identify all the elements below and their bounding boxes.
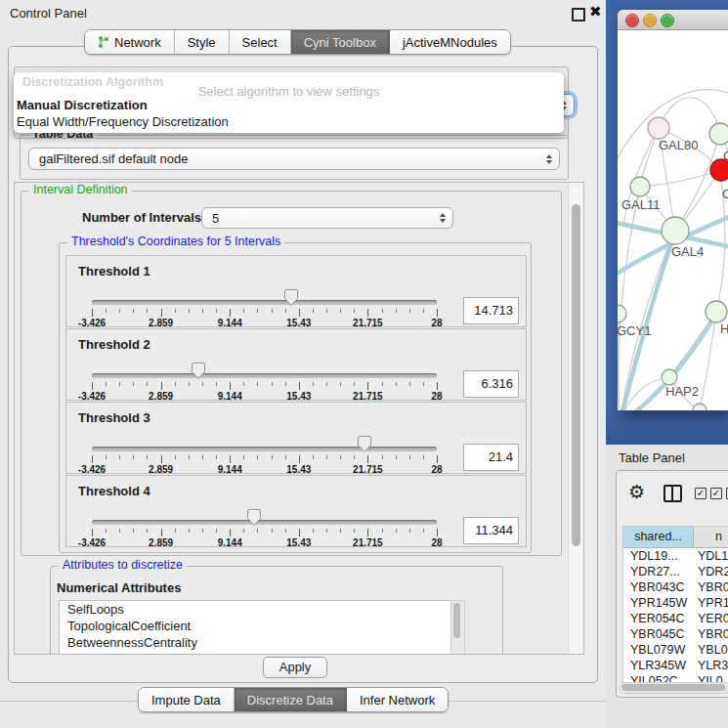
cell-shared-name: YBR043C xyxy=(623,579,693,595)
slider-track[interactable] xyxy=(92,300,437,305)
tick-mark xyxy=(147,529,148,533)
network-node-gcy1[interactable] xyxy=(618,305,626,322)
network-node-h[interactable] xyxy=(706,301,727,322)
close-traffic-light[interactable] xyxy=(625,14,639,27)
app-root: Control Panel ✖ NetworkStyleSelectCyni T… xyxy=(0,0,728,728)
checkbox-icon[interactable]: ✓ xyxy=(695,488,707,499)
cell-shared-name: YLR345W xyxy=(623,658,693,673)
tick-mark xyxy=(367,529,368,536)
settings-vscrollbar[interactable] xyxy=(568,183,583,654)
threshold-value-field[interactable]: 21.4 xyxy=(463,444,519,471)
table-row[interactable]: YBR043CYBR0 xyxy=(623,579,728,595)
slider-track[interactable] xyxy=(92,520,437,525)
network-node-hap2[interactable] xyxy=(662,369,677,385)
tick-mark xyxy=(189,529,190,533)
interval-definition-title: Interval Definition xyxy=(29,183,132,196)
slider-track[interactable] xyxy=(92,373,437,378)
network-window-titlebar[interactable] xyxy=(618,10,728,30)
tick-mark xyxy=(147,455,148,459)
table-row[interactable]: YPR145WYPR1 xyxy=(623,595,728,611)
checkbox-icon[interactable]: ✓ xyxy=(710,488,722,499)
algorithm-option-manual-discretization[interactable]: Manual Discretization xyxy=(17,98,148,112)
threshold-row-1: Threshold 1-3.4262.8599.14415.4321.71528… xyxy=(65,255,527,327)
cell-name: YPR1 xyxy=(693,595,728,611)
num-intervals-label: Number of Intervals xyxy=(82,210,201,225)
tick-mark xyxy=(272,309,273,313)
tick-mark xyxy=(119,455,120,459)
table-row[interactable]: YER054CYER0 xyxy=(623,611,728,626)
slider-ticks xyxy=(92,455,437,464)
tab-infer-network[interactable]: Infer Network xyxy=(347,688,448,711)
table-row[interactable]: YDR27...YDR2 xyxy=(623,564,728,579)
network-node-gal4[interactable] xyxy=(662,217,689,244)
tab-network[interactable]: Network xyxy=(85,30,175,54)
tick-mark xyxy=(326,309,327,313)
network-node[interactable] xyxy=(693,404,707,410)
tick-mark xyxy=(285,529,286,533)
cell-shared-name: YBL079W xyxy=(623,642,693,658)
tab-discretize-data[interactable]: Discretize Data xyxy=(235,688,347,711)
cell-name: YBR0 xyxy=(693,626,728,642)
attributes-list-scrollbar[interactable] xyxy=(450,600,465,655)
tab-style[interactable]: Style xyxy=(175,30,230,54)
network-node-gal11[interactable] xyxy=(630,177,650,196)
scrollbar-thumb[interactable] xyxy=(453,603,460,638)
slider-handle[interactable] xyxy=(357,435,372,453)
float-window-icon[interactable] xyxy=(572,8,585,21)
slider-handle[interactable] xyxy=(283,288,299,307)
algorithm-dropdown-popup: Discretization Algorithm Select algorith… xyxy=(14,72,564,133)
tab-select[interactable]: Select xyxy=(230,30,291,54)
scale-label: 15.43 xyxy=(286,464,311,475)
scrollbar-thumb[interactable] xyxy=(572,204,580,546)
table-row[interactable]: YBR045CYBR0 xyxy=(623,626,728,642)
slider-track[interactable] xyxy=(92,447,437,451)
minimize-traffic-light[interactable] xyxy=(643,14,657,27)
columns-icon[interactable] xyxy=(664,485,682,502)
slider-handle[interactable] xyxy=(191,362,206,380)
network-edge xyxy=(619,187,640,410)
scrollbar-thumb[interactable] xyxy=(621,684,725,691)
threshold-row-4: Threshold 4-3.4262.8599.14415.4321.71528… xyxy=(65,475,527,547)
table-row[interactable]: YBL079WYBL0 xyxy=(623,642,728,658)
apply-button[interactable]: Apply xyxy=(263,657,327,678)
table-hscrollbar[interactable] xyxy=(619,682,728,694)
attributes-list[interactable]: SelfLoopsTopologicalCoefficientBetweenne… xyxy=(59,600,451,655)
tick-mark xyxy=(313,382,314,386)
tick-mark xyxy=(299,529,300,536)
network-node-c[interactable] xyxy=(710,159,728,181)
tick-mark xyxy=(106,309,107,313)
column-header-shared-[interactable]: shared... xyxy=(623,527,694,547)
attribute-item-betweennesscentrality[interactable]: BetweennessCentrality xyxy=(60,634,450,651)
scale-label: 2.859 xyxy=(149,537,173,548)
num-intervals-combobox[interactable]: 5 xyxy=(201,207,453,229)
table-row[interactable]: YDL19...YDL1 xyxy=(623,548,728,564)
column-header-n[interactable]: n xyxy=(694,527,728,547)
tab-impute-data[interactable]: Impute Data xyxy=(139,688,235,711)
tab-jactivemnodules[interactable]: jActiveMNodules xyxy=(390,30,510,54)
tick-mark xyxy=(340,529,341,533)
attribute-item-selfloops[interactable]: SelfLoops xyxy=(60,601,450,618)
threshold-value-field[interactable]: 11.344 xyxy=(463,517,519,544)
tab-cyni-toolbox[interactable]: Cyni Toolbox xyxy=(291,30,390,54)
tick-mark xyxy=(216,529,217,533)
network-node-gal80[interactable] xyxy=(648,117,669,139)
zoom-traffic-light[interactable] xyxy=(661,14,674,27)
scale-label: 15.43 xyxy=(286,391,311,402)
numerical-attributes-heading: Numerical Attributes xyxy=(57,580,181,595)
slider-handle[interactable] xyxy=(246,508,262,527)
close-icon[interactable]: ✖ xyxy=(589,3,602,21)
network-canvas[interactable]: GAL80G.CGAL11GAL4GCY1HHAP2 xyxy=(618,30,728,410)
algorithm-option-equal-width-frequency-discretization[interactable]: Equal Width/Frequency Discretization xyxy=(17,114,229,129)
table-row[interactable]: YLR345WYLR3 xyxy=(623,658,728,673)
tick-mark xyxy=(299,382,300,390)
gear-icon[interactable]: ⚙ xyxy=(628,481,645,502)
tick-mark xyxy=(243,529,244,533)
network-edge xyxy=(640,170,721,187)
threshold-row-3: Threshold 3-3.4262.8599.14415.4321.71528… xyxy=(65,402,527,474)
attribute-item-topologicalcoefficient[interactable]: TopologicalCoefficient xyxy=(60,618,450,634)
tab-label: Discretize Data xyxy=(247,693,333,707)
threshold-value-field[interactable]: 6.316 xyxy=(463,370,519,398)
table-data-combobox[interactable]: galFiltered.sif default node xyxy=(28,148,560,170)
network-node-g-[interactable] xyxy=(709,123,728,145)
threshold-value-field[interactable]: 14.713 xyxy=(463,297,519,324)
